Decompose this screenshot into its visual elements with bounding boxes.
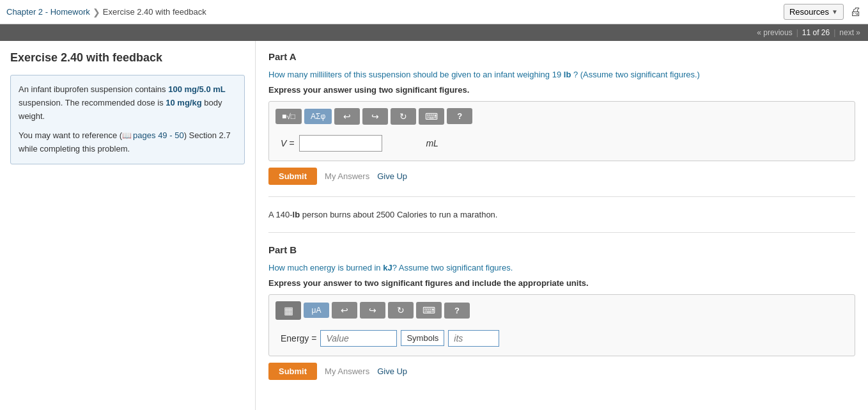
greek-button-b[interactable]: μA (304, 303, 329, 318)
part-b-toolbar: ▦ μA ↩ ↪ ↻ ⌨ ? (275, 301, 848, 320)
part-a-submit[interactable]: Submit (268, 168, 317, 185)
undo-button-a[interactable]: ↩ (334, 108, 360, 125)
resources-button[interactable]: Resources ▼ (784, 4, 844, 20)
part-a-question: How many milliliters of this suspension … (268, 68, 855, 81)
part-b-unit: kJ (383, 263, 392, 272)
part-b-give-up[interactable]: Give Up (377, 367, 407, 376)
divider-1 (268, 196, 855, 197)
part-b-input-row: Energy = Symbols (275, 327, 848, 349)
part-a-actions: Submit My Answers Give Up (268, 168, 855, 185)
math-button-a[interactable]: ■√□ (275, 109, 302, 124)
pagination-bar: « previous | 11 of 26 | next » (0, 24, 868, 41)
part-b-submit[interactable]: Submit (268, 363, 317, 380)
info-highlight-2: 10 mg/kg (166, 98, 201, 107)
transition-text: A 140-lb person burns about 2500 Calorie… (268, 209, 855, 221)
part-b-actions: Submit My Answers Give Up (268, 363, 855, 380)
part-a-input-row: V = mL (275, 132, 848, 154)
print-icon[interactable]: 🖨 (850, 5, 862, 19)
info-text-2: suspension. The recommended dose is (19, 98, 166, 107)
keyboard-button-a[interactable]: ⌨ (419, 108, 444, 125)
resources-label: Resources (789, 7, 829, 17)
part-b-label: Part B (268, 244, 855, 255)
undo-button-b[interactable]: ↩ (332, 302, 357, 319)
breadcrumb-current: Exercise 2.40 with feedback (103, 7, 206, 17)
part-b-instruction: Express your answer to two significant f… (268, 278, 855, 288)
exercise-title: Exercise 2.40 with feedback (10, 51, 245, 65)
part-b-symbols-button[interactable]: Symbols (401, 330, 444, 346)
part-a-unit: mL (426, 138, 438, 148)
part-a-answer-box: ■√□ ΑΣφ ↩ ↪ ↻ ⌨ ? V = mL (268, 101, 855, 161)
main-layout: Exercise 2.40 with feedback An infant ib… (0, 41, 868, 410)
next-link[interactable]: next » (839, 28, 860, 37)
transition-text-1: A 140- (268, 210, 293, 219)
part-b-question: How much energy is burned in kJ? Assume … (268, 262, 855, 274)
part-b-value-input[interactable] (320, 330, 397, 347)
main-content: Part A How many milliliters of this susp… (256, 41, 868, 410)
part-b-my-answers[interactable]: My Answers (325, 367, 369, 376)
part-a-lb-unit: lb (564, 70, 571, 79)
keyboard-button-b[interactable]: ⌨ (416, 302, 442, 319)
part-a-instruction: Express your answer using two significan… (268, 85, 855, 95)
part-b-section: Part B How much energy is burned in kJ? … (268, 244, 855, 380)
part-a-toolbar: ■√□ ΑΣφ ↩ ↪ ↻ ⌨ ? (275, 108, 848, 125)
info-box: An infant ibuprofen suspension contains … (10, 75, 245, 164)
part-a-give-up[interactable]: Give Up (377, 171, 407, 181)
greek-button-a[interactable]: ΑΣφ (304, 109, 332, 124)
pagination-sep-2: | (833, 28, 835, 37)
info-highlight-1: 100 mg/5.0 mL (168, 84, 226, 94)
breadcrumb: Chapter 2 - Homework ❯ Exercise 2.40 wit… (6, 7, 206, 17)
part-a-input[interactable] (299, 135, 382, 152)
breadcrumb-separator: ❯ (93, 7, 100, 17)
caret-icon: ▼ (832, 8, 838, 15)
help-button-a[interactable]: ? (447, 108, 472, 124)
part-a-my-answers[interactable]: My Answers (325, 171, 369, 181)
part-a-input-label: V = (281, 138, 294, 148)
top-nav-right: Resources ▼ 🖨 (784, 4, 862, 20)
math-button-b[interactable]: ▦ (275, 301, 301, 320)
pages-link[interactable]: pages 49 - 50 (133, 130, 184, 140)
info-text-1: An infant ibuprofen suspension contains (19, 84, 168, 94)
part-b-units-input[interactable] (448, 330, 499, 347)
part-a-label: Part A (268, 51, 855, 62)
part-b-answer-box: ▦ μA ↩ ↪ ↻ ⌨ ? Energy = Symbols (268, 294, 855, 356)
info-text-4: You may want to reference ( (19, 130, 122, 140)
pagination-current: 11 of 26 (802, 28, 830, 37)
help-button-b[interactable]: ? (444, 303, 470, 319)
pagination-sep-1: | (796, 28, 798, 37)
previous-link[interactable]: « previous (757, 28, 792, 37)
redo-button-a[interactable]: ↪ (362, 108, 388, 125)
refresh-button-b[interactable]: ↻ (388, 302, 414, 319)
redo-button-b[interactable]: ↪ (360, 302, 385, 319)
sidebar: Exercise 2.40 with feedback An infant ib… (0, 41, 256, 410)
divider-2 (268, 232, 855, 233)
top-navigation: Chapter 2 - Homework ❯ Exercise 2.40 wit… (0, 0, 868, 24)
transition-text-2: person burns about 2500 Calories to run … (300, 210, 497, 219)
part-a-section: Part A How many milliliters of this susp… (268, 51, 855, 185)
transition-bold-1: lb (293, 210, 300, 219)
book-icon: 📖 (122, 131, 132, 140)
chapter-link[interactable]: Chapter 2 - Homework (6, 7, 90, 17)
part-b-input-label: Energy = (281, 333, 316, 343)
refresh-button-a[interactable]: ↻ (391, 108, 416, 125)
